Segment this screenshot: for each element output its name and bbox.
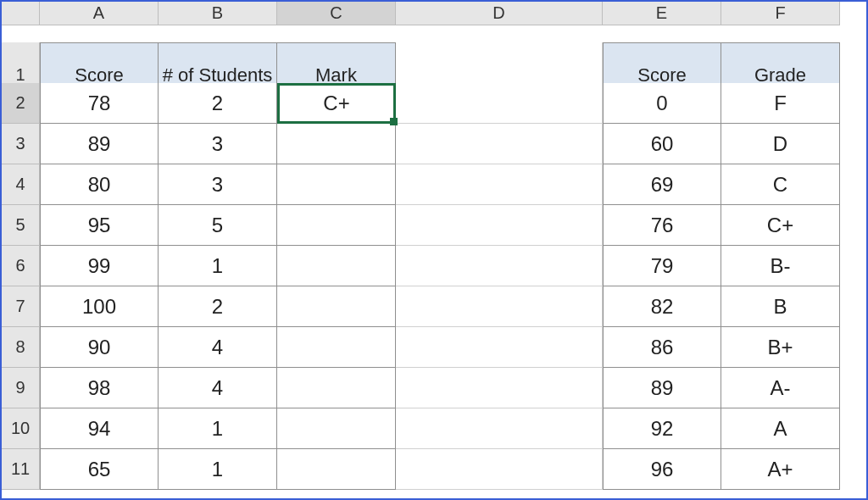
- cell-E2[interactable]: 0: [603, 83, 721, 124]
- cell-A6[interactable]: 99: [40, 246, 159, 286]
- cell-D3[interactable]: [396, 124, 603, 164]
- row-header-10[interactable]: 10: [2, 408, 40, 449]
- cell-B3[interactable]: 3: [159, 124, 277, 164]
- cell-D4[interactable]: [396, 164, 603, 205]
- column-header-E[interactable]: E: [603, 2, 721, 25]
- cell-B9[interactable]: 4: [159, 368, 277, 408]
- cell-F8[interactable]: B+: [721, 327, 840, 368]
- column-header-A[interactable]: A: [40, 2, 159, 25]
- cell-C11[interactable]: [277, 449, 396, 490]
- cell-B6[interactable]: 1: [159, 246, 277, 286]
- cell-A8[interactable]: 90: [40, 327, 159, 368]
- cell-F4[interactable]: C: [721, 164, 840, 205]
- spreadsheet-grid: A B C D E F 1 Score # of Students Mark S…: [2, 2, 866, 490]
- cell-F11[interactable]: A+: [721, 449, 840, 490]
- cell-E3[interactable]: 60: [603, 124, 721, 164]
- cell-F10[interactable]: A: [721, 408, 840, 449]
- cell-C5[interactable]: [277, 205, 396, 246]
- cell-F7[interactable]: B: [721, 286, 840, 327]
- cell-B8[interactable]: 4: [159, 327, 277, 368]
- cell-D11[interactable]: [396, 449, 603, 490]
- cell-E8[interactable]: 86: [603, 327, 721, 368]
- cell-B5[interactable]: 5: [159, 205, 277, 246]
- cell-D8[interactable]: [396, 327, 603, 368]
- cell-C2-active[interactable]: C+: [277, 83, 396, 124]
- column-header-B[interactable]: B: [159, 2, 277, 25]
- cell-E10[interactable]: 92: [603, 408, 721, 449]
- row-header-4[interactable]: 4: [2, 164, 40, 205]
- cell-C7[interactable]: [277, 286, 396, 327]
- row-header-2[interactable]: 2: [2, 83, 40, 124]
- cell-B7[interactable]: 2: [159, 286, 277, 327]
- row-header-9[interactable]: 9: [2, 368, 40, 408]
- cell-C3[interactable]: [277, 124, 396, 164]
- cell-D2[interactable]: [396, 83, 603, 124]
- cell-D10[interactable]: [396, 408, 603, 449]
- cell-A7[interactable]: 100: [40, 286, 159, 327]
- cell-A10[interactable]: 94: [40, 408, 159, 449]
- cell-C10[interactable]: [277, 408, 396, 449]
- cell-F2[interactable]: F: [721, 83, 840, 124]
- cell-A11[interactable]: 65: [40, 449, 159, 490]
- cell-C8[interactable]: [277, 327, 396, 368]
- cell-D9[interactable]: [396, 368, 603, 408]
- cell-E4[interactable]: 69: [603, 164, 721, 205]
- cell-F5[interactable]: C+: [721, 205, 840, 246]
- cell-E11[interactable]: 96: [603, 449, 721, 490]
- column-header-D[interactable]: D: [396, 2, 603, 25]
- select-all-corner[interactable]: [2, 2, 40, 25]
- cell-E6[interactable]: 79: [603, 246, 721, 286]
- row-header-8[interactable]: 8: [2, 327, 40, 368]
- cell-E5[interactable]: 76: [603, 205, 721, 246]
- cell-A2[interactable]: 78: [40, 83, 159, 124]
- column-header-F[interactable]: F: [721, 2, 840, 25]
- row-header-5[interactable]: 5: [2, 205, 40, 246]
- cell-D6[interactable]: [396, 246, 603, 286]
- cell-B2[interactable]: 2: [159, 83, 277, 124]
- cell-A4[interactable]: 80: [40, 164, 159, 205]
- row-header-6[interactable]: 6: [2, 246, 40, 286]
- cell-F3[interactable]: D: [721, 124, 840, 164]
- row-header-11[interactable]: 11: [2, 449, 40, 490]
- cell-A9[interactable]: 98: [40, 368, 159, 408]
- cell-B11[interactable]: 1: [159, 449, 277, 490]
- cell-B4[interactable]: 3: [159, 164, 277, 205]
- cell-C9[interactable]: [277, 368, 396, 408]
- row-header-7[interactable]: 7: [2, 286, 40, 327]
- cell-E9[interactable]: 89: [603, 368, 721, 408]
- column-header-C[interactable]: C: [277, 2, 396, 25]
- cell-C2-value: C+: [323, 92, 349, 115]
- cell-F9[interactable]: A-: [721, 368, 840, 408]
- cell-D5[interactable]: [396, 205, 603, 246]
- row-header-3[interactable]: 3: [2, 124, 40, 164]
- cell-B10[interactable]: 1: [159, 408, 277, 449]
- cell-C4[interactable]: [277, 164, 396, 205]
- cell-A3[interactable]: 89: [40, 124, 159, 164]
- cell-D7[interactable]: [396, 286, 603, 327]
- cell-A5[interactable]: 95: [40, 205, 159, 246]
- cell-F6[interactable]: B-: [721, 246, 840, 286]
- cell-C6[interactable]: [277, 246, 396, 286]
- fill-handle[interactable]: [390, 118, 398, 125]
- cell-E7[interactable]: 82: [603, 286, 721, 327]
